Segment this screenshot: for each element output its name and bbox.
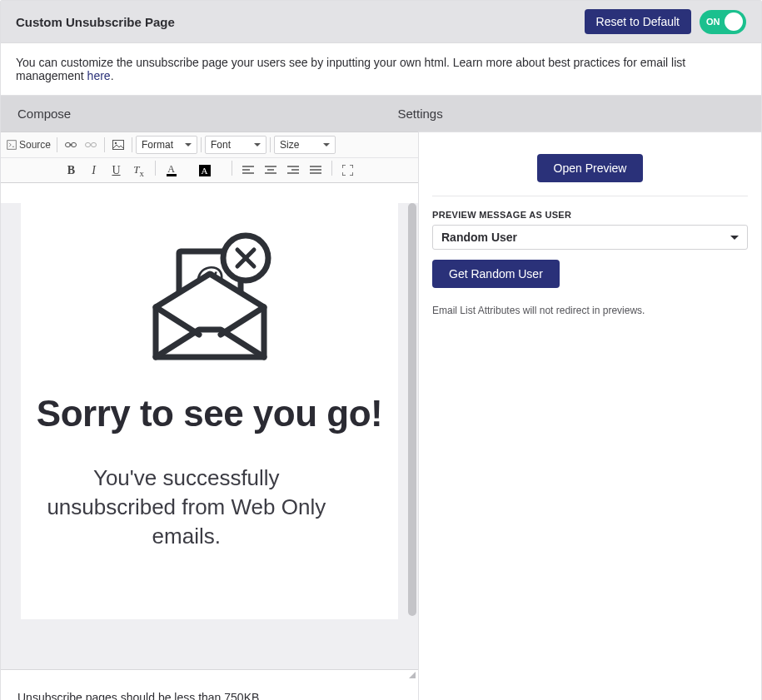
maximize-icon — [342, 165, 353, 176]
editor-scrollbar[interactable] — [406, 203, 418, 669]
unsub-heading: Sorry to see you go! — [37, 393, 382, 435]
page-title: Custom Unsubscribe Page — [16, 15, 175, 29]
source-icon — [7, 140, 17, 150]
info-text: You can customize the unsubscribe page y… — [16, 56, 685, 82]
compose-column: Source Format — [1, 132, 419, 700]
get-random-user-button[interactable]: Get Random User — [432, 260, 560, 288]
svg-rect-4 — [86, 143, 91, 147]
toggle-label: ON — [706, 17, 720, 27]
bold-button[interactable]: B — [62, 161, 82, 181]
enable-toggle[interactable]: ON — [700, 10, 746, 34]
text-color-button[interactable]: A — [162, 161, 182, 181]
open-preview-button[interactable]: Open Preview — [537, 154, 644, 182]
preview-note: Email List Attributes will not redirect … — [432, 305, 748, 316]
align-center-icon — [265, 166, 276, 176]
source-button[interactable]: Source — [4, 135, 53, 155]
editor-resize-handle[interactable] — [1, 669, 418, 681]
preview-user-selected: Random User — [441, 231, 517, 244]
align-right-button[interactable] — [283, 161, 303, 181]
align-left-icon — [242, 166, 254, 176]
image-icon — [112, 140, 124, 150]
underline-button[interactable]: U — [107, 161, 127, 181]
toolbar-row-2: B I U Tx A A — [1, 157, 418, 182]
svg-point-7 — [115, 142, 117, 144]
chevron-down-icon — [185, 143, 192, 146]
link-button[interactable] — [61, 135, 81, 155]
header-actions: Reset to Default ON — [585, 9, 746, 34]
tab-settings[interactable]: Settings — [381, 96, 762, 132]
font-select[interactable]: Font — [205, 136, 266, 154]
info-bar: You can customize the unsubscribe page y… — [1, 43, 761, 96]
svg-rect-6 — [113, 141, 124, 150]
align-center-button[interactable] — [261, 161, 281, 181]
editor-toolbar: Source Format — [1, 132, 418, 183]
bg-color-dropdown[interactable] — [217, 161, 226, 181]
tab-compose[interactable]: Compose — [1, 96, 381, 132]
editor-area[interactable]: @ — [1, 203, 418, 669]
envelope-x-icon: @ — [139, 228, 281, 370]
align-right-icon — [287, 166, 299, 176]
align-justify-button[interactable] — [306, 161, 326, 181]
align-justify-icon — [310, 166, 321, 176]
italic-button[interactable]: I — [84, 161, 104, 181]
remove-format-button[interactable]: Tx — [129, 161, 149, 181]
toolbar-row-1: Source Format — [1, 132, 418, 157]
note-size: Unsubscribe pages should be less than 75… — [17, 691, 401, 700]
scroll-thumb[interactable] — [408, 203, 416, 616]
custom-unsubscribe-panel: Custom Unsubscribe Page Reset to Default… — [0, 0, 762, 700]
text-color-dropdown[interactable] — [184, 161, 192, 181]
preview-user-select[interactable]: Random User — [432, 225, 748, 250]
image-button[interactable] — [108, 135, 128, 155]
editor-canvas: @ — [21, 203, 398, 619]
unsub-body: You've successfully unsubscribed from We… — [37, 464, 336, 551]
svg-rect-5 — [92, 143, 97, 147]
panel-header: Custom Unsubscribe Page Reset to Default… — [1, 1, 761, 43]
toggle-knob — [725, 12, 743, 31]
editor-notes: Unsubscribe pages should be less than 75… — [1, 681, 418, 700]
preview-as-user-label: PREVIEW MESSAGE AS USER — [432, 196, 748, 220]
editor-content: Sorry to see you go! You've successfully… — [37, 370, 382, 551]
bg-color-button[interactable]: A — [195, 161, 215, 181]
format-select[interactable]: Format — [136, 136, 197, 154]
link-icon — [65, 141, 77, 149]
chevron-down-icon — [323, 143, 330, 146]
unlink-button[interactable] — [81, 135, 101, 155]
info-suffix: . — [111, 69, 114, 82]
tabs: Compose Settings — [1, 96, 761, 132]
maximize-button[interactable] — [338, 161, 358, 181]
svg-rect-0 — [7, 141, 17, 150]
learn-more-link[interactable]: here — [87, 69, 111, 82]
chevron-down-icon — [254, 143, 261, 146]
reset-to-default-button[interactable]: Reset to Default — [585, 9, 691, 34]
size-select[interactable]: Size — [274, 136, 336, 154]
unlink-icon — [85, 141, 97, 149]
align-left-button[interactable] — [238, 161, 258, 181]
settings-column: Open Preview PREVIEW MESSAGE AS USER Ran… — [419, 132, 761, 700]
chevron-down-icon — [730, 236, 739, 240]
main-area: Source Format — [1, 132, 761, 700]
